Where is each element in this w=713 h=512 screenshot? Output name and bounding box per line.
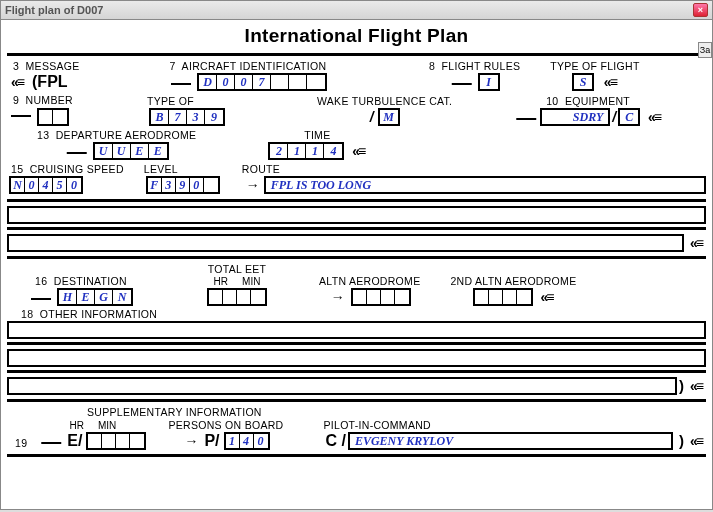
item13-no: 13 [37,129,49,141]
altn2-field[interactable] [473,288,533,306]
pob-prefix: P/ [202,432,221,450]
route-continuation-2[interactable] [7,234,684,252]
altn2-label: 2ND ALTN AERODROME [450,275,576,288]
other-info-1[interactable] [7,321,706,339]
item18-label: OTHER INFORMATION [40,308,157,320]
destination-field[interactable]: HEGN [57,288,133,306]
aircraft-type-field[interactable]: B739 [149,108,225,126]
dash-icon: — [448,75,476,89]
item3-label: MESSAGE [26,60,80,72]
altn-field[interactable] [351,288,411,306]
type-of-flight-label: TYPE OF FLIGHT [550,60,639,73]
wake-field[interactable]: M [378,108,400,126]
departure-field[interactable]: UUEE [93,142,169,160]
priority-marks: «≡ [7,74,27,90]
number-field[interactable] [37,108,69,126]
pic-prefix: C / [323,432,347,450]
close-marks: «≡ [346,143,368,159]
side-button[interactable]: За [698,42,712,58]
item8-no: 8 [429,60,435,72]
pob-field[interactable]: 140 [224,432,270,450]
departure-time-field[interactable]: 2114 [268,142,344,160]
close-marks: «≡ [640,109,664,125]
item10-label: EQUIPMENT [565,95,630,107]
route-field[interactable]: FPL IS TOO LONG [264,176,706,194]
route-label: ROUTE [242,163,280,176]
endurance-prefix: E/ [65,432,84,450]
dash-icon: — [167,75,195,89]
level-label: LEVEL [144,163,178,176]
min-label: MIN [98,420,116,432]
min-label: MIN [242,276,260,288]
flight-rules-field[interactable]: I [478,73,500,91]
close-marks: «≡ [686,433,706,449]
item19-no: 19 [7,437,27,450]
page-title: International Flight Plan [7,22,706,51]
surveillance-field[interactable]: C [618,108,640,126]
arrow-right-icon: → [327,289,349,305]
slash: / [610,109,618,125]
paren-close: ) [673,433,686,449]
close-icon[interactable]: × [693,3,708,17]
item3-no: 3 [13,60,19,72]
dep-time-label: TIME [304,129,330,142]
dash-icon: — [512,110,540,124]
close-marks: «≡ [596,74,620,90]
wake-label: WAKE TURBULENCE CAT. [317,95,452,108]
item18-no: 18 [21,308,33,320]
altn-label: ALTN AERODROME [319,275,420,288]
other-info-3[interactable] [7,377,677,395]
close-marks: «≡ [686,378,706,394]
form-page: За International Flight Plan 3 MESSAGE «… [0,20,713,510]
item15-no: 15 [11,163,23,175]
window-titlebar: Flight plan of D007 × [0,0,713,20]
item19-label: SUPPLEMENTARY INFORMATION [7,406,706,419]
arrow-right-icon: → [180,433,202,449]
item16-label: DESTINATION [54,275,127,287]
item7-label: AIRCRAFT IDENTIFICATION [182,60,327,72]
total-eet-field[interactable] [207,288,267,306]
item15-label: CRUISING SPEED [30,163,124,175]
item10-no: 10 [546,95,558,107]
endurance-field[interactable] [86,432,146,450]
hr-label: HR [214,276,228,288]
level-field[interactable]: F390 [146,176,220,194]
pob-label: PERSONS ON BOARD [168,419,283,432]
window-title: Flight plan of D007 [5,4,103,16]
type-of-label: TYPE OF [147,95,194,108]
pic-label: PILOT-IN-COMMAND [323,419,430,432]
arrow-right-icon: → [242,177,264,193]
type-of-flight-field[interactable]: S [572,73,594,91]
pilot-in-command-field[interactable]: EVGENY KRYLOV [348,432,673,450]
dash-icon: — [27,290,55,304]
dash-icon: — [37,434,65,448]
paren-close: ) [677,378,686,394]
fpl-open: (FPL [30,73,70,90]
total-eet-label: TOTAL EET [208,263,267,276]
close-marks: «≡ [535,289,557,305]
aircraft-id-field[interactable]: D007 [197,73,327,91]
hr-label: HR [69,420,83,432]
dash-icon: — [7,103,35,125]
dash-icon: — [63,144,91,158]
close-marks: «≡ [684,235,706,251]
route-continuation-1[interactable] [7,206,706,224]
other-info-2[interactable] [7,349,706,367]
cruising-speed-field[interactable]: N0450 [9,176,83,194]
equipment-field[interactable]: SDRY [540,108,610,126]
slash: / [368,109,376,125]
